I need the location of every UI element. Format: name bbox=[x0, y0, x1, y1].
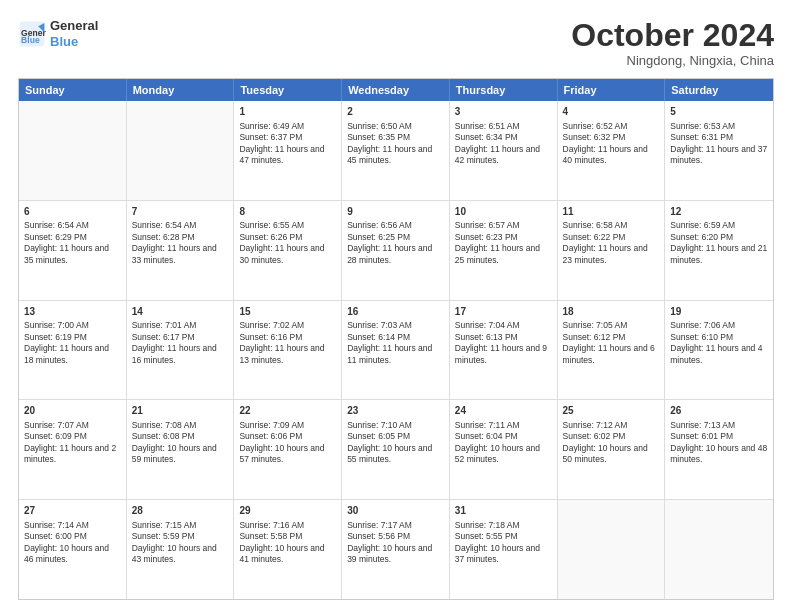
day-info: Sunrise: 6:50 AMSunset: 6:35 PMDaylight:… bbox=[347, 121, 444, 167]
title-block: October 2024 Ningdong, Ningxia, China bbox=[571, 18, 774, 68]
calendar-cell: 20Sunrise: 7:07 AMSunset: 6:09 PMDayligh… bbox=[19, 400, 127, 499]
calendar-cell: 4Sunrise: 6:52 AMSunset: 6:32 PMDaylight… bbox=[558, 101, 666, 200]
month-title: October 2024 bbox=[571, 18, 774, 53]
day-number: 4 bbox=[563, 105, 660, 119]
day-info: Sunrise: 7:05 AMSunset: 6:12 PMDaylight:… bbox=[563, 320, 660, 366]
header-saturday: Saturday bbox=[665, 79, 773, 101]
day-number: 22 bbox=[239, 404, 336, 418]
day-info: Sunrise: 7:10 AMSunset: 6:05 PMDaylight:… bbox=[347, 420, 444, 466]
logo-icon: General Blue bbox=[18, 20, 46, 48]
calendar-cell: 7Sunrise: 6:54 AMSunset: 6:28 PMDaylight… bbox=[127, 201, 235, 300]
day-number: 24 bbox=[455, 404, 552, 418]
day-number: 20 bbox=[24, 404, 121, 418]
page: General Blue General Blue October 2024 N… bbox=[0, 0, 792, 612]
day-number: 15 bbox=[239, 305, 336, 319]
day-info: Sunrise: 7:09 AMSunset: 6:06 PMDaylight:… bbox=[239, 420, 336, 466]
day-number: 14 bbox=[132, 305, 229, 319]
calendar-cell: 15Sunrise: 7:02 AMSunset: 6:16 PMDayligh… bbox=[234, 301, 342, 400]
calendar-cell: 13Sunrise: 7:00 AMSunset: 6:19 PMDayligh… bbox=[19, 301, 127, 400]
calendar-cell: 6Sunrise: 6:54 AMSunset: 6:29 PMDaylight… bbox=[19, 201, 127, 300]
calendar-cell: 3Sunrise: 6:51 AMSunset: 6:34 PMDaylight… bbox=[450, 101, 558, 200]
logo-line2: Blue bbox=[50, 34, 98, 50]
day-info: Sunrise: 7:08 AMSunset: 6:08 PMDaylight:… bbox=[132, 420, 229, 466]
day-info: Sunrise: 7:00 AMSunset: 6:19 PMDaylight:… bbox=[24, 320, 121, 366]
day-number: 29 bbox=[239, 504, 336, 518]
day-number: 26 bbox=[670, 404, 768, 418]
calendar-cell: 9Sunrise: 6:56 AMSunset: 6:25 PMDaylight… bbox=[342, 201, 450, 300]
calendar-cell bbox=[19, 101, 127, 200]
calendar-cell: 24Sunrise: 7:11 AMSunset: 6:04 PMDayligh… bbox=[450, 400, 558, 499]
day-info: Sunrise: 7:13 AMSunset: 6:01 PMDaylight:… bbox=[670, 420, 768, 466]
calendar-cell: 30Sunrise: 7:17 AMSunset: 5:56 PMDayligh… bbox=[342, 500, 450, 599]
calendar-cell: 19Sunrise: 7:06 AMSunset: 6:10 PMDayligh… bbox=[665, 301, 773, 400]
calendar-cell: 28Sunrise: 7:15 AMSunset: 5:59 PMDayligh… bbox=[127, 500, 235, 599]
day-number: 13 bbox=[24, 305, 121, 319]
day-number: 10 bbox=[455, 205, 552, 219]
day-info: Sunrise: 6:55 AMSunset: 6:26 PMDaylight:… bbox=[239, 220, 336, 266]
day-info: Sunrise: 7:06 AMSunset: 6:10 PMDaylight:… bbox=[670, 320, 768, 366]
week-row-5: 27Sunrise: 7:14 AMSunset: 6:00 PMDayligh… bbox=[19, 499, 773, 599]
location: Ningdong, Ningxia, China bbox=[571, 53, 774, 68]
day-number: 1 bbox=[239, 105, 336, 119]
day-info: Sunrise: 7:11 AMSunset: 6:04 PMDaylight:… bbox=[455, 420, 552, 466]
day-number: 7 bbox=[132, 205, 229, 219]
calendar-cell: 25Sunrise: 7:12 AMSunset: 6:02 PMDayligh… bbox=[558, 400, 666, 499]
logo: General Blue General Blue bbox=[18, 18, 98, 49]
day-number: 23 bbox=[347, 404, 444, 418]
week-row-3: 13Sunrise: 7:00 AMSunset: 6:19 PMDayligh… bbox=[19, 300, 773, 400]
day-info: Sunrise: 7:03 AMSunset: 6:14 PMDaylight:… bbox=[347, 320, 444, 366]
day-info: Sunrise: 6:51 AMSunset: 6:34 PMDaylight:… bbox=[455, 121, 552, 167]
day-info: Sunrise: 6:58 AMSunset: 6:22 PMDaylight:… bbox=[563, 220, 660, 266]
calendar-cell: 12Sunrise: 6:59 AMSunset: 6:20 PMDayligh… bbox=[665, 201, 773, 300]
calendar-cell: 1Sunrise: 6:49 AMSunset: 6:37 PMDaylight… bbox=[234, 101, 342, 200]
header-thursday: Thursday bbox=[450, 79, 558, 101]
day-number: 6 bbox=[24, 205, 121, 219]
header-wednesday: Wednesday bbox=[342, 79, 450, 101]
day-number: 8 bbox=[239, 205, 336, 219]
calendar-header: Sunday Monday Tuesday Wednesday Thursday… bbox=[19, 79, 773, 101]
day-info: Sunrise: 6:56 AMSunset: 6:25 PMDaylight:… bbox=[347, 220, 444, 266]
day-number: 11 bbox=[563, 205, 660, 219]
day-info: Sunrise: 6:53 AMSunset: 6:31 PMDaylight:… bbox=[670, 121, 768, 167]
header-tuesday: Tuesday bbox=[234, 79, 342, 101]
day-number: 5 bbox=[670, 105, 768, 119]
day-info: Sunrise: 7:16 AMSunset: 5:58 PMDaylight:… bbox=[239, 520, 336, 566]
day-info: Sunrise: 7:04 AMSunset: 6:13 PMDaylight:… bbox=[455, 320, 552, 366]
calendar-cell: 16Sunrise: 7:03 AMSunset: 6:14 PMDayligh… bbox=[342, 301, 450, 400]
day-info: Sunrise: 7:01 AMSunset: 6:17 PMDaylight:… bbox=[132, 320, 229, 366]
day-number: 19 bbox=[670, 305, 768, 319]
day-number: 2 bbox=[347, 105, 444, 119]
calendar-cell: 18Sunrise: 7:05 AMSunset: 6:12 PMDayligh… bbox=[558, 301, 666, 400]
day-number: 17 bbox=[455, 305, 552, 319]
calendar-cell bbox=[127, 101, 235, 200]
day-info: Sunrise: 7:18 AMSunset: 5:55 PMDaylight:… bbox=[455, 520, 552, 566]
day-info: Sunrise: 6:54 AMSunset: 6:29 PMDaylight:… bbox=[24, 220, 121, 266]
day-info: Sunrise: 6:52 AMSunset: 6:32 PMDaylight:… bbox=[563, 121, 660, 167]
calendar-cell bbox=[558, 500, 666, 599]
calendar-cell: 22Sunrise: 7:09 AMSunset: 6:06 PMDayligh… bbox=[234, 400, 342, 499]
calendar-cell: 26Sunrise: 7:13 AMSunset: 6:01 PMDayligh… bbox=[665, 400, 773, 499]
logo-text: General Blue bbox=[50, 18, 98, 49]
calendar-cell: 10Sunrise: 6:57 AMSunset: 6:23 PMDayligh… bbox=[450, 201, 558, 300]
week-row-2: 6Sunrise: 6:54 AMSunset: 6:29 PMDaylight… bbox=[19, 200, 773, 300]
calendar: Sunday Monday Tuesday Wednesday Thursday… bbox=[18, 78, 774, 600]
calendar-cell: 21Sunrise: 7:08 AMSunset: 6:08 PMDayligh… bbox=[127, 400, 235, 499]
day-info: Sunrise: 7:17 AMSunset: 5:56 PMDaylight:… bbox=[347, 520, 444, 566]
day-info: Sunrise: 6:54 AMSunset: 6:28 PMDaylight:… bbox=[132, 220, 229, 266]
calendar-cell: 17Sunrise: 7:04 AMSunset: 6:13 PMDayligh… bbox=[450, 301, 558, 400]
calendar-cell: 5Sunrise: 6:53 AMSunset: 6:31 PMDaylight… bbox=[665, 101, 773, 200]
day-info: Sunrise: 7:12 AMSunset: 6:02 PMDaylight:… bbox=[563, 420, 660, 466]
header-friday: Friday bbox=[558, 79, 666, 101]
day-info: Sunrise: 6:49 AMSunset: 6:37 PMDaylight:… bbox=[239, 121, 336, 167]
day-number: 3 bbox=[455, 105, 552, 119]
header: General Blue General Blue October 2024 N… bbox=[18, 18, 774, 68]
day-number: 18 bbox=[563, 305, 660, 319]
calendar-cell: 2Sunrise: 6:50 AMSunset: 6:35 PMDaylight… bbox=[342, 101, 450, 200]
header-monday: Monday bbox=[127, 79, 235, 101]
calendar-cell: 27Sunrise: 7:14 AMSunset: 6:00 PMDayligh… bbox=[19, 500, 127, 599]
calendar-cell: 23Sunrise: 7:10 AMSunset: 6:05 PMDayligh… bbox=[342, 400, 450, 499]
week-row-1: 1Sunrise: 6:49 AMSunset: 6:37 PMDaylight… bbox=[19, 101, 773, 200]
header-sunday: Sunday bbox=[19, 79, 127, 101]
logo-line1: General bbox=[50, 18, 98, 34]
day-number: 16 bbox=[347, 305, 444, 319]
